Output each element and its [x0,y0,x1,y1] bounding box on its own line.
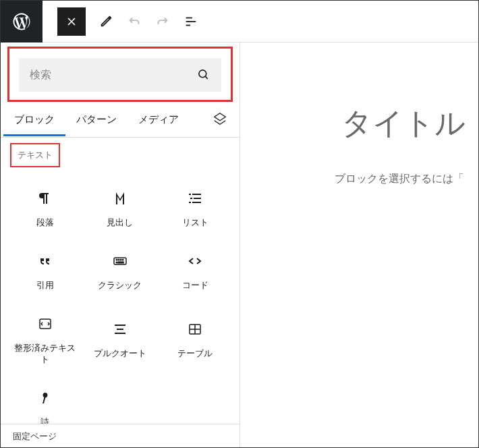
block-label: 引用 [36,280,54,291]
quote-icon [36,252,55,271]
svg-point-12 [118,259,119,260]
block-list[interactable]: リスト [158,177,233,240]
title-placeholder[interactable]: タイトル [240,103,478,144]
redo-button[interactable] [154,13,171,30]
pencil-icon [98,14,113,29]
svg-point-14 [122,259,123,260]
table-icon [186,320,204,339]
svg-rect-16 [118,262,123,263]
block-label: 段落 [36,217,54,229]
svg-rect-19 [117,329,123,330]
editor-canvas[interactable]: タイトル ブロックを選択するには「 [240,43,478,448]
svg-rect-20 [115,333,125,334]
heading-icon [111,189,130,208]
verse-icon [36,389,55,408]
block-preformatted[interactable]: 整形済みテキスト [7,302,82,376]
tab-reusable[interactable] [203,103,237,137]
outline-icon [184,14,198,29]
block-label: リスト [182,217,208,229]
inserter-tabs: ブロック パターン メディア [1,103,240,138]
block-label: プルクオート [94,348,146,360]
edit-tool-button[interactable] [98,13,114,30]
pullquote-icon [111,320,130,339]
block-inserter-panel: ブロック パターン メディア テキスト 段落 見出し [1,43,240,448]
tab-patterns[interactable]: パターン [65,104,128,136]
block-table[interactable]: テーブル [158,302,233,376]
block-classic[interactable]: クラシック [82,240,157,302]
svg-rect-7 [194,198,201,199]
code-icon [186,252,204,271]
list-icon [186,189,204,208]
wordpress-logo[interactable] [1,1,43,43]
wordpress-icon [11,11,32,32]
reusable-icon [213,111,227,126]
svg-rect-2 [186,24,190,26]
block-quote[interactable]: 引用 [7,240,82,302]
paragraph-icon [36,189,55,208]
block-heading[interactable]: 見出し [82,177,157,240]
search-highlight [7,47,233,102]
close-icon [65,15,78,28]
block-search[interactable] [19,58,221,92]
block-grid: 段落 見出し リスト 引用 クラシック [1,171,240,424]
classic-icon [111,252,130,271]
block-hint: ブロックを選択するには「 [240,172,478,186]
svg-rect-9 [192,202,201,203]
block-label: 見出し [107,217,133,229]
block-label: テーブル [177,348,213,360]
svg-rect-6 [190,198,192,199]
undo-button[interactable] [126,13,142,30]
block-paragraph[interactable]: 段落 [7,177,82,240]
document-outline-button[interactable] [183,13,199,30]
category-text-label: テキスト [10,143,60,167]
svg-rect-4 [189,194,191,195]
close-inserter-button[interactable] [57,7,86,36]
block-label: クラシック [98,280,142,291]
undo-icon [127,14,142,29]
tab-media[interactable]: メディア [128,104,190,136]
svg-rect-1 [186,21,196,22]
block-label: コード [182,280,208,291]
block-label: 詩 [40,417,49,424]
search-input[interactable] [30,69,197,81]
tab-blocks[interactable]: ブロック [3,104,65,136]
top-toolbar [1,1,478,43]
svg-rect-8 [189,202,191,203]
bottom-bar[interactable]: 固定ページ [1,424,240,448]
svg-rect-5 [192,194,201,195]
block-code[interactable]: コード [158,240,233,302]
svg-point-3 [199,70,206,78]
block-label: 整形済みテキスト [10,343,80,366]
preformatted-icon [36,314,55,333]
svg-point-11 [116,259,117,260]
svg-rect-18 [115,325,125,326]
svg-point-13 [120,259,121,260]
bottom-bar-label: 固定ページ [13,431,57,441]
redo-icon [155,14,170,29]
block-pullquote[interactable]: プルクオート [82,302,157,376]
search-icon [197,68,210,82]
svg-rect-0 [186,17,192,18]
svg-point-15 [116,262,117,263]
block-verse[interactable]: 詩 [7,376,82,424]
block-list-scroll[interactable]: テキスト 段落 見出し リスト 引用 [1,138,240,424]
